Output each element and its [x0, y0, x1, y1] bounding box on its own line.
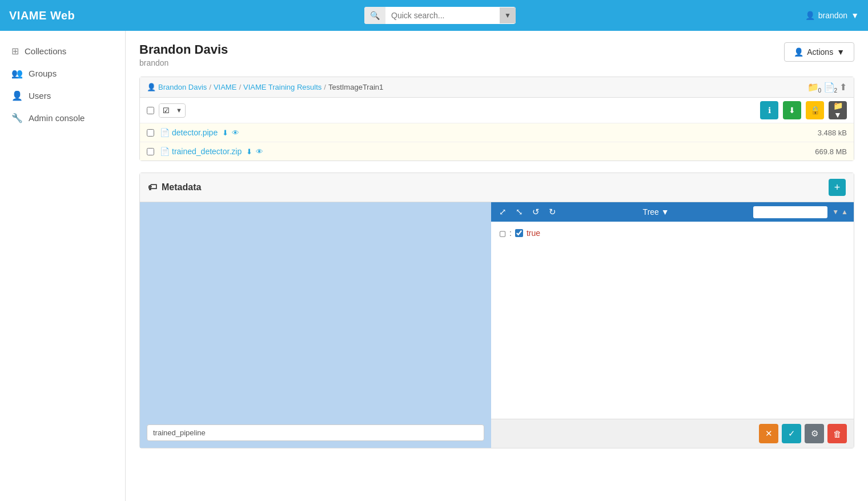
tree-search-prev-button[interactable]: ▼: [832, 208, 839, 216]
sidebar-label-groups: Groups: [29, 69, 57, 78]
check-dropdown: ☑ ▼: [159, 103, 186, 118]
tree-undo-button[interactable]: ↺: [530, 206, 542, 218]
file-name-trained[interactable]: trained_detector.zip: [172, 147, 242, 156]
file-badge: 📄 2: [823, 82, 835, 93]
folder-icon-button[interactable]: 📁: [807, 82, 819, 93]
search-icon-button[interactable]: 🔍: [364, 7, 385, 24]
file-actions-trained: ⬇ 👁: [246, 147, 263, 156]
breadcrumb-sep-1: /: [209, 83, 211, 91]
navbar: VIAME Web 🔍 ▼ 👤 brandon ▼: [0, 0, 868, 31]
metadata-header: 🏷 Metadata +: [140, 173, 854, 202]
folder-badge: 📁 0: [807, 82, 819, 93]
users-icon: 👤: [11, 90, 23, 101]
layout: ⊞ Collections 👥 Groups 👤 Users 🔧 Admin c…: [0, 31, 868, 501]
actions-dropdown-arrow: ▼: [837, 47, 845, 57]
sidebar-item-users[interactable]: 👤 Users: [0, 85, 125, 107]
breadcrumb: 👤 Brandon Davis / VIAME / VIAME Training…: [147, 83, 383, 91]
page-header: Brandon Davis brandon 👤 Actions ▼: [139, 42, 854, 67]
metadata-right-panel: ⤢ ⤡ ↺ ↻ Tree ▼ ▼ ▲ ▢: [491, 202, 854, 448]
sidebar: ⊞ Collections 👥 Groups 👤 Users 🔧 Admin c…: [0, 31, 126, 501]
actions-label: Actions: [807, 47, 833, 57]
tree-node-root: ▢ : true: [496, 226, 849, 240]
file-actions-detector: ⬇ 👁: [222, 129, 239, 137]
sidebar-item-collections[interactable]: ⊞ Collections: [0, 40, 125, 62]
sidebar-label-admin: Admin console: [29, 113, 85, 123]
file-size-detector: 3.488 kB: [818, 129, 847, 137]
metadata-tag-icon: 🏷: [148, 182, 157, 193]
tree-node-checkbox[interactable]: [515, 229, 523, 237]
tree-collapse-all-button[interactable]: ⤡: [513, 206, 525, 218]
folder-action-button[interactable]: 📁 ▼: [829, 101, 847, 119]
file-browser-header: 👤 Brandon Davis / VIAME / VIAME Training…: [140, 77, 854, 98]
main-content: Brandon Davis brandon 👤 Actions ▼ 👤 Bran…: [126, 31, 868, 501]
download-button[interactable]: ⬇: [783, 101, 801, 119]
sidebar-item-groups[interactable]: 👥 Groups: [0, 62, 125, 85]
view-link-detector[interactable]: 👁: [232, 129, 239, 137]
file-checkbox-trained[interactable]: [147, 148, 154, 155]
meta-confirm-button[interactable]: ✓: [782, 424, 801, 443]
file-doc-icon-trained: 📄: [160, 147, 170, 156]
metadata-left-panel: [140, 202, 491, 448]
view-link-trained[interactable]: 👁: [256, 147, 263, 156]
metadata-body: ⤢ ⤡ ↺ ↻ Tree ▼ ▼ ▲ ▢: [140, 202, 854, 448]
file-icon-button[interactable]: 📄: [823, 82, 835, 93]
file-browser: 👤 Brandon Davis / VIAME / VIAME Training…: [139, 77, 854, 161]
meta-settings-button[interactable]: ⚙: [805, 424, 824, 443]
breadcrumb-training-results[interactable]: VIAME Training Results: [243, 83, 322, 91]
meta-delete-button[interactable]: 🗑: [827, 424, 847, 443]
search-bar: 🔍 ▼: [364, 7, 516, 24]
username-label: brandon: [818, 11, 847, 20]
user-menu[interactable]: 👤 brandon ▼: [805, 11, 859, 20]
check-dropdown-check[interactable]: ☑: [159, 104, 173, 117]
breadcrumb-viame[interactable]: VIAME: [214, 83, 236, 91]
file-name-detector[interactable]: detector.pipe: [172, 128, 218, 137]
breadcrumb-sep-2: /: [239, 83, 241, 91]
add-metadata-button[interactable]: +: [829, 179, 846, 196]
tree-search-next-button[interactable]: ▲: [841, 208, 848, 216]
user-dropdown-arrow: ▼: [851, 11, 859, 20]
sidebar-item-admin[interactable]: 🔧 Admin console: [0, 107, 125, 129]
groups-icon: 👥: [11, 68, 23, 79]
file-actions-bar: ☑ ▼ ℹ ⬇ 🔒 📁 ▼: [140, 98, 854, 123]
metadata-key-input[interactable]: [147, 424, 484, 441]
download-link-trained[interactable]: ⬇: [246, 147, 252, 156]
tree-node-value: true: [527, 229, 540, 238]
breadcrumb-sep-3: /: [324, 83, 326, 91]
file-badge-count: 2: [834, 87, 837, 94]
app-brand: VIAME Web: [9, 9, 75, 22]
lock-button[interactable]: 🔒: [806, 101, 824, 119]
select-all-checkbox[interactable]: [147, 107, 154, 114]
download-link-detector[interactable]: ⬇: [222, 129, 228, 137]
tree-node-colon: :: [509, 229, 512, 238]
meta-cancel-button[interactable]: ✕: [759, 424, 778, 443]
breadcrumb-current: TestImageTrain1: [328, 83, 383, 91]
metadata-bottom-actions: ✕ ✓ ⚙ 🗑: [491, 419, 854, 448]
page-title-block: Brandon Davis brandon: [139, 42, 228, 67]
search-input[interactable]: [385, 7, 500, 24]
upload-icon-button[interactable]: ⬆: [839, 82, 847, 93]
collections-icon: ⊞: [11, 46, 19, 57]
search-dropdown-button[interactable]: ▼: [500, 7, 516, 23]
sidebar-label-users: Users: [29, 91, 51, 101]
folder-badge-count: 0: [818, 87, 821, 94]
tree-expand-all-button[interactable]: ⤢: [497, 206, 509, 218]
file-checkbox-detector[interactable]: [147, 129, 154, 137]
tree-search-input[interactable]: [753, 206, 827, 218]
file-item-detector: 📄 detector.pipe ⬇ 👁 3.488 kB: [140, 123, 854, 142]
file-item-trained: 📄 trained_detector.zip ⬇ 👁 669.8 MB: [140, 142, 854, 161]
tree-node-expand-icon[interactable]: ▢: [499, 229, 506, 238]
actions-button[interactable]: 👤 Actions ▼: [784, 42, 854, 62]
user-icon: 👤: [805, 11, 815, 20]
page-subtitle: brandon: [139, 58, 228, 67]
breadcrumb-user-icon: 👤: [147, 83, 156, 91]
tree-content: ▢ : true: [491, 222, 854, 419]
tree-toolbar: ⤢ ⤡ ↺ ↻ Tree ▼ ▼ ▲: [491, 202, 854, 222]
metadata-title-label: Metadata: [162, 182, 201, 193]
file-size-trained: 669.8 MB: [815, 147, 847, 156]
tree-search-controls: ▼ ▲: [832, 208, 848, 216]
check-dropdown-arrow[interactable]: ▼: [173, 105, 185, 116]
breadcrumb-brandon-davis[interactable]: Brandon Davis: [158, 83, 207, 91]
metadata-title: 🏷 Metadata: [148, 182, 201, 193]
tree-redo-button[interactable]: ↻: [546, 206, 558, 218]
info-button[interactable]: ℹ: [760, 101, 778, 119]
